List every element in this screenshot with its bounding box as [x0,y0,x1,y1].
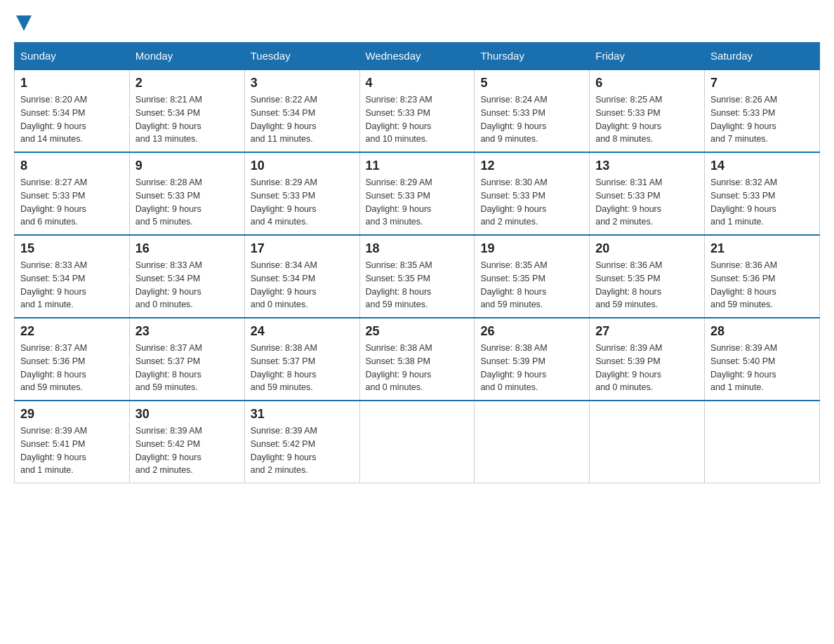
day-number: 3 [251,76,354,90]
day-number: 15 [20,241,124,256]
calendar-cell: 13Sunrise: 8:31 AMSunset: 5:33 PMDayligh… [590,152,705,235]
day-info: Sunrise: 8:36 AMSunset: 5:36 PMDaylight:… [710,259,814,311]
day-info: Sunrise: 8:37 AMSunset: 5:36 PMDaylight:… [20,342,124,394]
day-number: 6 [595,76,699,90]
day-number: 18 [366,241,469,256]
calendar-cell: 14Sunrise: 8:32 AMSunset: 5:33 PMDayligh… [705,152,820,235]
day-info: Sunrise: 8:28 AMSunset: 5:33 PMDaylight:… [135,176,239,229]
day-number: 31 [251,407,354,422]
col-header-monday: Monday [129,43,244,70]
day-number: 17 [251,241,354,256]
week-row-3: 15Sunrise: 8:33 AMSunset: 5:34 PMDayligh… [15,235,820,318]
week-row-5: 29Sunrise: 8:39 AMSunset: 5:41 PMDayligh… [15,401,820,483]
week-row-2: 8Sunrise: 8:27 AMSunset: 5:33 PMDaylight… [15,152,820,235]
day-number: 28 [710,324,814,339]
day-number: 12 [480,159,583,173]
day-info: Sunrise: 8:23 AMSunset: 5:33 PMDaylight:… [366,93,469,146]
day-number: 14 [710,159,814,173]
day-number: 23 [135,324,239,339]
day-info: Sunrise: 8:33 AMSunset: 5:34 PMDaylight:… [135,259,239,311]
day-info: Sunrise: 8:39 AMSunset: 5:42 PMDaylight:… [135,424,239,477]
calendar-cell: 15Sunrise: 8:33 AMSunset: 5:34 PMDayligh… [15,235,130,318]
day-info: Sunrise: 8:27 AMSunset: 5:33 PMDaylight:… [20,176,124,229]
day-info: Sunrise: 8:36 AMSunset: 5:35 PMDaylight:… [595,259,699,311]
calendar-cell: 7Sunrise: 8:26 AMSunset: 5:33 PMDaylight… [705,69,820,152]
page-header [14,14,820,31]
calendar-cell: 26Sunrise: 8:38 AMSunset: 5:39 PMDayligh… [475,318,590,401]
calendar-cell: 16Sunrise: 8:33 AMSunset: 5:34 PMDayligh… [129,235,244,318]
svg-marker-0 [16,15,32,31]
day-info: Sunrise: 8:39 AMSunset: 5:42 PMDaylight:… [251,424,354,477]
day-number: 2 [135,76,239,90]
col-header-tuesday: Tuesday [244,43,359,70]
calendar-cell: 27Sunrise: 8:39 AMSunset: 5:39 PMDayligh… [590,318,705,401]
calendar-cell: 23Sunrise: 8:37 AMSunset: 5:37 PMDayligh… [129,318,244,401]
col-header-wednesday: Wednesday [359,43,475,70]
day-number: 10 [251,159,354,173]
col-header-thursday: Thursday [475,43,590,70]
day-number: 5 [480,76,583,90]
day-number: 19 [480,241,583,256]
day-info: Sunrise: 8:30 AMSunset: 5:33 PMDaylight:… [480,176,583,229]
calendar-cell: 5Sunrise: 8:24 AMSunset: 5:33 PMDaylight… [475,69,590,152]
day-info: Sunrise: 8:39 AMSunset: 5:39 PMDaylight:… [595,342,699,394]
day-number: 25 [366,324,469,339]
week-row-4: 22Sunrise: 8:37 AMSunset: 5:36 PMDayligh… [15,318,820,401]
calendar-cell: 4Sunrise: 8:23 AMSunset: 5:33 PMDaylight… [359,69,475,152]
calendar-cell: 17Sunrise: 8:34 AMSunset: 5:34 PMDayligh… [244,235,359,318]
day-number: 30 [135,407,239,422]
calendar-cell: 21Sunrise: 8:36 AMSunset: 5:36 PMDayligh… [705,235,820,318]
day-number: 29 [20,407,124,422]
calendar-cell: 31Sunrise: 8:39 AMSunset: 5:42 PMDayligh… [244,401,359,483]
day-info: Sunrise: 8:37 AMSunset: 5:37 PMDaylight:… [135,342,239,394]
calendar-cell: 18Sunrise: 8:35 AMSunset: 5:35 PMDayligh… [359,235,475,318]
calendar-cell: 28Sunrise: 8:39 AMSunset: 5:40 PMDayligh… [705,318,820,401]
calendar-cell: 10Sunrise: 8:29 AMSunset: 5:33 PMDayligh… [244,152,359,235]
day-info: Sunrise: 8:21 AMSunset: 5:34 PMDaylight:… [135,93,239,146]
day-info: Sunrise: 8:22 AMSunset: 5:34 PMDaylight:… [251,93,354,146]
week-row-1: 1Sunrise: 8:20 AMSunset: 5:34 PMDaylight… [15,69,820,152]
day-number: 26 [480,324,583,339]
calendar-cell [475,401,590,483]
col-header-friday: Friday [590,43,705,70]
day-info: Sunrise: 8:35 AMSunset: 5:35 PMDaylight:… [480,259,583,311]
day-number: 4 [366,76,469,90]
day-info: Sunrise: 8:29 AMSunset: 5:33 PMDaylight:… [366,176,469,229]
day-number: 9 [135,159,239,173]
day-number: 11 [366,159,469,173]
day-number: 22 [20,324,124,339]
calendar-cell: 20Sunrise: 8:36 AMSunset: 5:35 PMDayligh… [590,235,705,318]
day-number: 7 [710,76,814,90]
day-info: Sunrise: 8:26 AMSunset: 5:33 PMDaylight:… [710,93,814,146]
col-header-saturday: Saturday [705,43,820,70]
calendar-cell: 6Sunrise: 8:25 AMSunset: 5:33 PMDaylight… [590,69,705,152]
calendar-table: SundayMondayTuesdayWednesdayThursdayFrid… [14,42,820,483]
calendar-cell: 25Sunrise: 8:38 AMSunset: 5:38 PMDayligh… [359,318,475,401]
day-number: 21 [710,241,814,256]
calendar-cell: 22Sunrise: 8:37 AMSunset: 5:36 PMDayligh… [15,318,130,401]
logo [14,14,32,31]
calendar-cell [590,401,705,483]
day-number: 16 [135,241,239,256]
calendar-cell: 24Sunrise: 8:38 AMSunset: 5:37 PMDayligh… [244,318,359,401]
logo-triangle-icon [16,15,32,31]
day-number: 8 [20,159,124,173]
day-number: 24 [251,324,354,339]
calendar-cell: 8Sunrise: 8:27 AMSunset: 5:33 PMDaylight… [15,152,130,235]
calendar-cell [359,401,475,483]
calendar-cell: 1Sunrise: 8:20 AMSunset: 5:34 PMDaylight… [15,69,130,152]
col-header-sunday: Sunday [15,43,130,70]
day-info: Sunrise: 8:20 AMSunset: 5:34 PMDaylight:… [20,93,124,146]
day-info: Sunrise: 8:38 AMSunset: 5:39 PMDaylight:… [480,342,583,394]
calendar-cell [705,401,820,483]
calendar-cell: 29Sunrise: 8:39 AMSunset: 5:41 PMDayligh… [15,401,130,483]
day-number: 20 [595,241,699,256]
calendar-cell: 11Sunrise: 8:29 AMSunset: 5:33 PMDayligh… [359,152,475,235]
calendar-cell: 2Sunrise: 8:21 AMSunset: 5:34 PMDaylight… [129,69,244,152]
day-number: 13 [595,159,699,173]
calendar-cell: 9Sunrise: 8:28 AMSunset: 5:33 PMDaylight… [129,152,244,235]
day-info: Sunrise: 8:33 AMSunset: 5:34 PMDaylight:… [20,259,124,311]
day-info: Sunrise: 8:38 AMSunset: 5:37 PMDaylight:… [251,342,354,394]
day-info: Sunrise: 8:32 AMSunset: 5:33 PMDaylight:… [710,176,814,229]
day-info: Sunrise: 8:39 AMSunset: 5:40 PMDaylight:… [710,342,814,394]
